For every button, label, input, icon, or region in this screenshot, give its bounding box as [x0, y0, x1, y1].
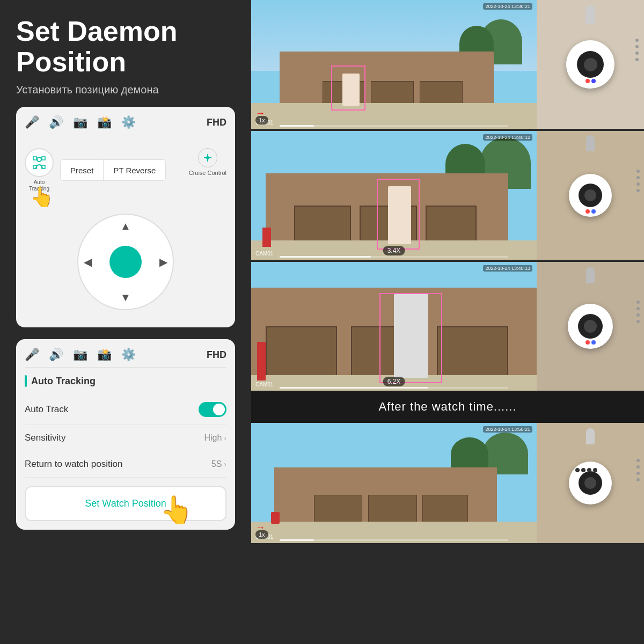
- svg-rect-2: [42, 157, 45, 160]
- cam-light-blue-1: [591, 79, 596, 83]
- toolbar-2: 🎤 🔊 📷 📸 ⚙️ FHD: [25, 348, 226, 368]
- zoom-badge-2: 3.4X: [383, 246, 405, 255]
- volume-icon[interactable]: 🔊: [49, 115, 63, 129]
- video-row-4: 2022-10-24 13:50:21 CAM01 1x →: [251, 423, 644, 543]
- settings-icon[interactable]: ⚙️: [121, 115, 136, 129]
- sensitivity-value: High ›: [204, 433, 226, 443]
- set-watch-position-button[interactable]: Set Watch Position 👆: [25, 486, 226, 521]
- timestamp-1: 2022-10-24 13:30:21: [483, 3, 532, 10]
- toolbar-1: 🎤 🔊 📷 📸 ⚙️ FHD: [25, 115, 226, 135]
- cam-device-4: [537, 423, 644, 543]
- auto-tracking-button[interactable]: Auto Tracking 👆: [25, 148, 54, 192]
- cam-lens-1: [577, 51, 604, 78]
- scene-1: 2022-10-24 13:30:21 CAM01 1x →: [251, 0, 537, 129]
- camera-thumb-4: [537, 423, 644, 543]
- cam-lens-inner-1: [584, 58, 597, 71]
- cam-device-3: [537, 262, 644, 391]
- cruise-control-button[interactable]: Cruise Control: [189, 148, 226, 177]
- cam-lens-inner-3: [584, 320, 597, 333]
- cruise-label: Cruise Control: [189, 170, 226, 177]
- video-row-2: 2022-10-24 13:40:12 CAM01 3.4X: [251, 131, 644, 260]
- left-panel: Set Daemon Position Установить позицию д…: [0, 0, 251, 644]
- timestamp-2: 2022-10-24 13:40:12: [483, 134, 532, 141]
- pt-reverse-tab[interactable]: PT Reverse: [104, 160, 165, 180]
- svg-point-5: [206, 156, 209, 159]
- camera-icon-2[interactable]: 📸: [97, 348, 112, 362]
- dpad-down[interactable]: ▼: [120, 291, 131, 304]
- blue-finger-1: 👆: [30, 186, 54, 208]
- red-arrow-4: →: [255, 522, 265, 533]
- video-frame-1: 2022-10-24 13:30:21 CAM01 1x →: [251, 0, 537, 129]
- cam-device-2: [537, 131, 644, 260]
- cam-body-2: [569, 174, 612, 217]
- subtitle: Установить позицию демона: [16, 84, 235, 96]
- title-line1: Set Daemon: [16, 16, 178, 47]
- cruise-icon: [198, 148, 217, 167]
- watch-time-text: After the watch time......: [378, 400, 516, 414]
- panel1-content: Auto Tracking 👆 Preset PT Reverse Cruise…: [25, 143, 226, 197]
- zoom-slider-3: [280, 387, 508, 389]
- dpad-right[interactable]: ▶: [159, 255, 167, 268]
- right-panel: 2022-10-24 13:30:21 CAM01 1x →: [251, 0, 644, 644]
- main-title: Set Daemon Position: [16, 16, 235, 77]
- cam-lights-2: [586, 209, 596, 214]
- cam-lens-inner-2: [584, 189, 596, 201]
- zoom-badge-3: 6.2X: [383, 377, 405, 386]
- timestamp-4: 2022-10-24 13:50:21: [483, 426, 532, 433]
- scene-3: 2022-10-24 13:40:13 CAM01 6.2X: [251, 262, 537, 391]
- return-position-label: Return to watch position: [25, 459, 122, 470]
- set-watch-btn-label: Set Watch Position: [85, 498, 166, 509]
- title-block: Set Daemon Position Установить позицию д…: [16, 16, 235, 96]
- return-position-row[interactable]: Return to watch position 5S ›: [25, 451, 226, 478]
- cam-body-3: [568, 304, 613, 349]
- cam-light-blue-2: [591, 209, 596, 214]
- cam-label-3: CAM01: [255, 382, 273, 387]
- cam-body-4: [569, 462, 612, 504]
- cam-device-1: [537, 0, 644, 129]
- svg-point-0: [37, 157, 41, 162]
- video-icon[interactable]: 📷: [73, 115, 87, 129]
- preset-tab[interactable]: Preset: [61, 160, 104, 180]
- video-frame-3: 2022-10-24 13:40:13 CAM01 6.2X: [251, 262, 537, 391]
- settings-section-title: Auto Tracking: [25, 375, 226, 387]
- scene-4: 2022-10-24 13:50:21 CAM01 1x →: [251, 423, 537, 543]
- cam-lens-4: [579, 471, 602, 495]
- dpad-container: ▲ ▼ ◀ ▶: [25, 214, 226, 310]
- svg-rect-1: [33, 157, 36, 160]
- cam-lights-1: [586, 79, 596, 83]
- cam-light-red-3: [586, 340, 590, 345]
- blue-finger-2: 👆: [160, 494, 193, 525]
- dpad-left[interactable]: ◀: [84, 255, 92, 268]
- zoom-slider-4: [280, 539, 508, 541]
- cam-lights-3: [586, 340, 596, 345]
- camera-thumb-3: [537, 262, 644, 391]
- dpad-up[interactable]: ▲: [120, 220, 131, 232]
- app-panel-1: 🎤 🔊 📷 📸 ⚙️ FHD: [16, 107, 235, 327]
- cam-lens-2: [579, 184, 602, 207]
- return-chevron: ›: [224, 460, 226, 469]
- directional-pad[interactable]: ▲ ▼ ◀ ▶: [77, 214, 174, 310]
- mic-icon-2[interactable]: 🎤: [25, 348, 39, 362]
- auto-track-toggle[interactable]: [199, 402, 226, 417]
- return-position-value: 5S ›: [211, 459, 226, 469]
- timestamp-3: 2022-10-24 13:40:13: [483, 265, 532, 272]
- auto-track-row: Auto Track: [25, 394, 226, 425]
- video-icon-2[interactable]: 📷: [73, 348, 87, 362]
- settings-icon-2[interactable]: ⚙️: [121, 348, 136, 362]
- sensitivity-row[interactable]: Sensitivity High ›: [25, 425, 226, 451]
- video-row-3: 2022-10-24 13:40:13 CAM01 6.2X: [251, 262, 644, 391]
- red-arrow-1: →: [255, 108, 265, 119]
- dpad-center[interactable]: [109, 246, 142, 278]
- zoom-slider-1: [280, 125, 508, 127]
- cam-lens-inner-4: [584, 477, 596, 489]
- mic-icon[interactable]: 🎤: [25, 115, 39, 129]
- cam-light-red-2: [586, 209, 590, 214]
- auto-tracking-icon: [25, 148, 54, 177]
- cam-extra-lenses: [575, 468, 597, 472]
- zoom-slider-2: [280, 256, 508, 258]
- camera-icon[interactable]: 📸: [97, 115, 112, 129]
- volume-icon-2[interactable]: 🔊: [49, 348, 63, 362]
- watch-time-banner: After the watch time......: [251, 391, 644, 423]
- title-line2: Position: [16, 46, 126, 77]
- camera-thumb-1: [537, 0, 644, 129]
